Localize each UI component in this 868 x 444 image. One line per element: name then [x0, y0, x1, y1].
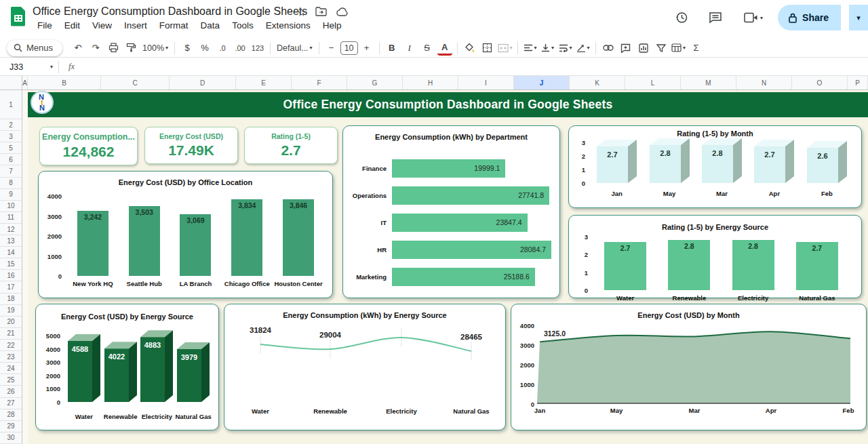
- sheet-canvas[interactable]: Office Energy Consumption Dashboard in G…: [22, 90, 868, 444]
- row-header-8[interactable]: 8: [0, 178, 22, 189]
- column-header-B[interactable]: B: [28, 76, 101, 89]
- row-header-9[interactable]: 9: [0, 189, 22, 201]
- share-button[interactable]: Share: [778, 5, 841, 31]
- insert-link-button[interactable]: [601, 41, 616, 56]
- row-header-16[interactable]: 16: [0, 270, 22, 281]
- format-currency-button[interactable]: $: [180, 41, 195, 56]
- row-header-2[interactable]: 2: [0, 119, 22, 131]
- text-wrap-button[interactable]: ▾: [558, 41, 573, 56]
- borders-button[interactable]: [480, 41, 495, 56]
- table-views-button[interactable]: ▾: [671, 41, 686, 56]
- row-header-18[interactable]: 18: [0, 294, 22, 305]
- star-icon[interactable]: ☆: [297, 7, 306, 19]
- column-header-M[interactable]: M: [681, 76, 736, 89]
- row-header-7[interactable]: 7: [0, 165, 22, 177]
- row-header-17[interactable]: 17: [0, 281, 22, 293]
- row-header-28[interactable]: 28: [0, 409, 22, 421]
- decrease-font-size-button[interactable]: −: [324, 41, 339, 56]
- paint-format-button[interactable]: [123, 41, 138, 56]
- row-header-25[interactable]: 25: [0, 374, 22, 386]
- share-dropdown-button[interactable]: ▾: [848, 5, 868, 31]
- row-headers[interactable]: 1235678910111213141516171819202122232425…: [0, 90, 22, 444]
- kpi-card-energy-consumption[interactable]: Energy Consumption... 124,862: [39, 127, 138, 165]
- column-headers[interactable]: ABCDEFGHIJKLMNOP: [0, 76, 868, 90]
- menu-help[interactable]: Help: [318, 20, 347, 31]
- move-folder-icon[interactable]: [315, 7, 327, 19]
- column-header-L[interactable]: L: [625, 76, 681, 89]
- column-header-D[interactable]: D: [170, 76, 236, 89]
- comments-icon[interactable]: [702, 4, 729, 31]
- font-size-input[interactable]: 10: [340, 41, 358, 55]
- column-header-J[interactable]: J: [514, 76, 570, 89]
- menu-format[interactable]: Format: [155, 20, 193, 31]
- create-filter-button[interactable]: [654, 41, 669, 56]
- cloud-status-icon[interactable]: [336, 7, 349, 19]
- column-header-O[interactable]: O: [792, 76, 848, 89]
- text-color-button[interactable]: A: [437, 41, 452, 56]
- menu-extensions[interactable]: Extensions: [261, 20, 315, 31]
- fill-color-button[interactable]: [462, 41, 477, 56]
- row-header-23[interactable]: 23: [0, 351, 22, 363]
- bold-button[interactable]: B: [384, 41, 399, 56]
- horizontal-align-button[interactable]: ▾: [523, 41, 538, 56]
- row-header-27[interactable]: 27: [0, 398, 22, 409]
- sheets-logo-icon[interactable]: [10, 6, 26, 29]
- zoom-select[interactable]: 100%▾: [140, 43, 171, 53]
- chart-cost-by-office-location[interactable]: Energy Cost (USD) by Office Location4000…: [38, 171, 333, 298]
- row-header-10[interactable]: 10: [0, 201, 22, 212]
- insert-chart-button[interactable]: [636, 41, 651, 56]
- undo-button[interactable]: ↶: [71, 41, 85, 56]
- column-header-K[interactable]: K: [570, 76, 625, 89]
- row-header-11[interactable]: 11: [0, 212, 22, 224]
- row-header-19[interactable]: 19: [0, 305, 22, 317]
- column-header-P[interactable]: P: [848, 76, 868, 89]
- row-header-22[interactable]: 22: [0, 340, 22, 351]
- font-select[interactable]: Defaul...▾: [274, 43, 315, 53]
- number-format-button[interactable]: 123: [250, 41, 265, 56]
- kpi-card-energy-cost[interactable]: Energy Cost (USD) 17.49K: [144, 127, 238, 164]
- chart-rating-by-month[interactable]: Rating (1-5) by Month32102.72.82.82.72.6…: [568, 125, 862, 208]
- row-header-30[interactable]: 30: [0, 432, 22, 444]
- kpi-card-rating[interactable]: Rating (1-5) 2.7: [244, 127, 338, 164]
- row-header-29[interactable]: 29: [0, 421, 22, 432]
- row-header-24[interactable]: 24: [0, 363, 22, 374]
- menu-edit[interactable]: Edit: [60, 20, 85, 31]
- column-header-G[interactable]: G: [347, 76, 403, 89]
- menu-tools[interactable]: Tools: [227, 20, 258, 31]
- menu-file[interactable]: File: [33, 20, 57, 31]
- format-percent-button[interactable]: %: [197, 41, 212, 56]
- row-header-20[interactable]: 20: [0, 317, 22, 328]
- column-header-I[interactable]: I: [458, 76, 514, 89]
- column-header-C[interactable]: C: [101, 76, 170, 89]
- row-header-21[interactable]: 21: [0, 328, 22, 340]
- menu-data[interactable]: Data: [196, 20, 225, 31]
- select-all-corner[interactable]: [0, 76, 22, 90]
- functions-button[interactable]: Σ: [689, 41, 704, 56]
- chart-consumption-by-department[interactable]: Energy Consumption (kWh) by DepartmentFi…: [342, 125, 560, 298]
- row-header-6[interactable]: 6: [0, 154, 22, 165]
- italic-button[interactable]: I: [402, 41, 417, 56]
- chart-rating-by-energy-source[interactable]: Rating (1-5) by Energy Source32102.72.82…: [568, 215, 862, 298]
- column-header-N[interactable]: N: [736, 76, 792, 89]
- document-title[interactable]: Office Energy Consumption Dashboard in G…: [33, 5, 307, 18]
- column-header-E[interactable]: E: [236, 76, 292, 89]
- row-header-15[interactable]: 15: [0, 258, 22, 270]
- chart-cost-by-month[interactable]: Energy Cost (USD) by Month40003000200010…: [511, 304, 867, 430]
- row-header-5[interactable]: 5: [0, 142, 22, 154]
- vertical-align-button[interactable]: ▾: [540, 41, 555, 56]
- decrease-decimals-button[interactable]: .0: [215, 41, 230, 56]
- row-header-14[interactable]: 14: [0, 247, 22, 258]
- column-header-A[interactable]: A: [22, 76, 28, 89]
- menu-view[interactable]: View: [87, 20, 117, 31]
- increase-font-size-button[interactable]: +: [359, 41, 374, 56]
- text-rotation-button[interactable]: ▾: [576, 41, 591, 56]
- column-header-F[interactable]: F: [292, 76, 347, 89]
- menu-insert[interactable]: Insert: [119, 20, 152, 31]
- merge-cells-button[interactable]: ▾: [498, 41, 513, 56]
- column-header-H[interactable]: H: [403, 76, 458, 89]
- row-header-1[interactable]: 1: [0, 90, 22, 119]
- insert-comment-button[interactable]: [618, 41, 633, 56]
- strikethrough-button[interactable]: S: [420, 41, 435, 56]
- print-button[interactable]: [106, 41, 121, 56]
- name-box[interactable]: J33▾: [0, 62, 58, 72]
